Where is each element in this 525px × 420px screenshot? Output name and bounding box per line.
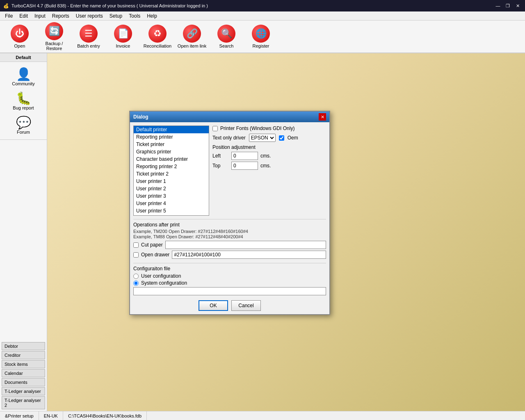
app-icon: 💰 — [3, 3, 9, 9]
user-config-radio[interactable] — [133, 274, 139, 279]
invoice-button[interactable]: 📄 Invoice — [107, 22, 139, 51]
text-only-driver-select[interactable]: EPSON Generic Star — [249, 134, 276, 142]
oem-checkbox[interactable] — [279, 135, 284, 141]
titlebar-controls: — ❐ ✕ — [494, 2, 522, 10]
printer-ticket[interactable]: Ticket printer — [134, 141, 209, 148]
printer-user6[interactable]: User printer 6 — [134, 215, 209, 216]
open-drawer-label: Open drawer — [141, 252, 169, 258]
cut-paper-input[interactable] — [165, 241, 326, 249]
register-button[interactable]: 🌐 Register — [244, 22, 277, 51]
sidebar: Default 👤 Community 🐛 Bug report 💬 Forum… — [0, 53, 47, 411]
search-icon: 🔍 — [217, 25, 235, 43]
sidebar-top: 👤 Community 🐛 Bug report 💬 Forum — [0, 62, 47, 140]
open-button[interactable]: ⏻ Open — [3, 22, 36, 51]
titlebar-title: TurboCASH 4.7 (Build 838) - Enter the na… — [11, 3, 208, 8]
left-adjust-row: Left cms. — [212, 152, 326, 160]
cut-paper-checkbox[interactable] — [133, 242, 139, 248]
dialog-body: Default printer Reporting printer Ticket… — [130, 122, 329, 314]
maximize-button[interactable]: ❐ — [504, 2, 512, 10]
printer-reporting[interactable]: Reporting printer — [134, 133, 209, 141]
text-only-driver-label: Text only driver — [212, 135, 246, 141]
printer-user1[interactable]: User printer 1 — [134, 178, 209, 185]
printer-graphics[interactable]: Graphics printer — [134, 148, 209, 155]
printer-fonts-checkbox[interactable] — [212, 126, 218, 131]
batch-entry-label: Batch entry — [77, 43, 100, 48]
menu-tools[interactable]: Tools — [126, 11, 144, 20]
cancel-button[interactable]: Cancel — [231, 300, 261, 311]
menubar: File Edit Input Reports User reports Set… — [0, 11, 525, 21]
open-drawer-row: Open drawer — [133, 251, 326, 259]
menu-user-reports[interactable]: User reports — [73, 11, 106, 20]
config-path-input[interactable]: C:\ProgramData\reportman.ini — [133, 287, 326, 295]
backup-restore-button[interactable]: 🔄 Backup / Restore — [38, 22, 71, 51]
open-drawer-input[interactable] — [172, 251, 326, 259]
printer-user4[interactable]: User printer 4 — [134, 200, 209, 207]
menu-file[interactable]: File — [2, 11, 16, 20]
dialog-top-section: Default printer Reporting printer Ticket… — [133, 126, 326, 216]
nav-debtor[interactable]: Debtor — [2, 342, 45, 350]
top-label: Top — [212, 163, 229, 169]
nav-stock-items[interactable]: Stock items — [2, 360, 45, 368]
printer-fonts-label: Printer Fonts (Windows GDI Only) — [220, 126, 294, 131]
config-section: Configuraiton file User configuration Sy… — [133, 263, 326, 299]
system-config-radio[interactable] — [133, 281, 139, 286]
reconciliation-button[interactable]: ♻ Reconciliation — [141, 22, 174, 51]
sidebar-item-bug-report[interactable]: 🐛 Bug report — [2, 89, 45, 112]
statusbar: &Printer setup EN-UK C:\TCASH4\Books\EN-… — [0, 411, 525, 420]
invoice-icon: 📄 — [114, 25, 132, 43]
status-path: C:\TCASH4\Books\EN-UK\books.fdb — [63, 411, 147, 420]
forum-label: Forum — [17, 130, 30, 135]
community-icon: 👤 — [16, 67, 31, 81]
ok-button[interactable]: OK — [199, 300, 228, 311]
printer-user3[interactable]: User printer 3 — [134, 192, 209, 200]
printer-list[interactable]: Default printer Reporting printer Ticket… — [133, 126, 209, 216]
backup-restore-icon: 🔄 — [45, 22, 63, 40]
menu-help[interactable]: Help — [144, 11, 160, 20]
status-language: EN-UK — [39, 411, 63, 420]
search-label: Search — [219, 43, 234, 48]
right-panel: Printer Fonts (Windows GDI Only) Text on… — [212, 126, 326, 170]
nav-calendar[interactable]: Calendar — [2, 369, 45, 377]
menu-reports[interactable]: Reports — [49, 11, 73, 20]
oem-label: Oem — [288, 135, 298, 141]
user-config-label: User configuration — [141, 273, 181, 279]
left-input[interactable] — [231, 152, 258, 160]
nav-documents[interactable]: Documents — [2, 378, 45, 386]
user-config-row: User configuration — [133, 273, 326, 279]
menu-setup[interactable]: Setup — [106, 11, 126, 20]
operations-section: Operations after print Example, TM200 Op… — [133, 219, 326, 259]
nav-t-ledger-analyser[interactable]: T-Ledger analyser — [2, 387, 45, 395]
titlebar: 💰 TurboCASH 4.7 (Build 838) - Enter the … — [0, 0, 525, 11]
printer-default[interactable]: Default printer — [134, 126, 209, 133]
sidebar-header: Default — [0, 53, 47, 62]
open-item-link-button[interactable]: 🔗 Open item link — [176, 22, 208, 51]
dialog-close-button[interactable]: ✕ — [319, 113, 326, 121]
top-input[interactable] — [231, 162, 258, 170]
nav-creditor[interactable]: Creditor — [2, 351, 45, 359]
nav-t-ledger-analyser-2[interactable]: T-Ledger analyser 2 — [2, 396, 45, 409]
register-label: Register — [253, 43, 269, 48]
printer-ticket2[interactable]: Ticket printer 2 — [134, 170, 209, 178]
bug-report-icon: 🐛 — [16, 91, 31, 105]
open-drawer-checkbox[interactable] — [133, 252, 139, 258]
printer-user5[interactable]: User printer 5 — [134, 207, 209, 215]
community-label: Community — [12, 81, 35, 86]
printer-user2[interactable]: User printer 2 — [134, 185, 209, 192]
minimize-button[interactable]: — — [494, 2, 502, 10]
menu-input[interactable]: Input — [31, 11, 49, 20]
search-button[interactable]: 🔍 Search — [210, 22, 243, 51]
forum-icon: 💬 — [16, 115, 31, 130]
top-cms-label: cms. — [260, 163, 271, 169]
example1: Example, TM200 Open Drawer: #27#112#48#1… — [133, 229, 326, 234]
sidebar-item-forum[interactable]: 💬 Forum — [2, 114, 45, 136]
printer-character[interactable]: Character based printer — [134, 155, 209, 163]
open-icon: ⏻ — [11, 25, 29, 43]
top-adjust-row: Top cms. — [212, 162, 326, 170]
menu-edit[interactable]: Edit — [16, 11, 31, 20]
printer-reporting2[interactable]: Reporting printer 2 — [134, 163, 209, 170]
system-config-label: System configuration — [141, 280, 187, 286]
sidebar-item-community[interactable]: 👤 Community — [2, 65, 45, 88]
close-button[interactable]: ✕ — [514, 2, 522, 10]
dialog: Dialog ✕ Default printer Reporting print… — [129, 111, 330, 315]
batch-entry-button[interactable]: ☰ Batch entry — [72, 22, 105, 51]
